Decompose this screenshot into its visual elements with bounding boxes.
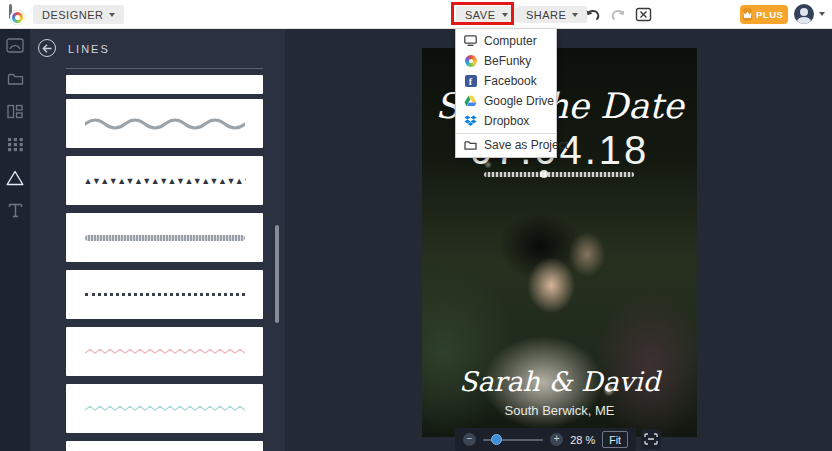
line-style-zigzag-swatch[interactable]	[66, 327, 263, 376]
designer-menu-button[interactable]: DESIGNER	[33, 5, 124, 24]
line-style-wave-swatch[interactable]	[66, 99, 263, 148]
line-style-sliver-swatch[interactable]	[66, 441, 263, 451]
line-style-zigzag-swatch[interactable]	[66, 384, 263, 433]
save-menu-item-save-as-project[interactable]: Save as Project	[456, 133, 556, 155]
google-drive-icon	[464, 95, 477, 108]
canvas-workspace: Save the Date 07.04.18 Sarah & David Sou…	[285, 29, 832, 451]
sidebar-image-icon[interactable]	[0, 29, 30, 62]
save-menu-item-dropbox[interactable]: Dropbox	[456, 111, 556, 131]
befunky-designer-app: DESIGNER SAVE SHARE	[0, 0, 832, 451]
sidebar-pattern-icon[interactable]	[0, 128, 30, 161]
arrow-left-icon	[42, 44, 52, 53]
undo-button[interactable]	[583, 5, 603, 24]
menu-item-label: Facebook	[484, 74, 537, 88]
top-toolbar: DESIGNER SAVE SHARE	[0, 0, 832, 29]
menu-item-label: Google Drive	[484, 94, 554, 108]
menu-item-label: Dropbox	[484, 114, 529, 128]
lines-panel: LINES ▲▼▲▼▲▼▲▼▲▼▲▼▲▼▲▼▲▼▲▼▲▼▲▼▲▼▲▼	[30, 29, 285, 451]
redo-icon	[610, 8, 626, 22]
facebook-icon: f	[464, 75, 477, 88]
sidebar-folder-icon[interactable]	[0, 62, 30, 95]
line-style-triangles-swatch[interactable]: ▲▼▲▼▲▼▲▼▲▼▲▼▲▼▲▼▲▼▲▼▲▼▲▼▲▼▲▼	[66, 156, 263, 205]
zoom-toolbar: − + 28 % Fit	[455, 428, 636, 451]
share-button[interactable]: SHARE	[517, 6, 587, 23]
chevron-down-icon	[572, 13, 578, 17]
zoom-slider[interactable]	[483, 439, 543, 441]
befunky-icon	[464, 55, 477, 68]
line-style-chain-swatch[interactable]	[66, 213, 263, 262]
chevron-down-icon	[109, 13, 115, 17]
save-menu-item-computer[interactable]: Computer	[456, 31, 556, 51]
sidebar-layout-icon[interactable]	[0, 95, 30, 128]
save-label: SAVE	[465, 9, 496, 21]
share-label: SHARE	[526, 9, 566, 21]
zoom-level-value: 28 %	[570, 434, 595, 446]
fullscreen-icon	[644, 433, 658, 445]
panel-title: LINES	[68, 43, 110, 55]
save-menu-item-befunky[interactable]: BeFunky	[456, 51, 556, 71]
line-style-dots-swatch[interactable]	[66, 270, 263, 319]
canvas-ornament-line[interactable]	[484, 172, 634, 177]
designer-label: DESIGNER	[42, 9, 103, 21]
menu-item-label: Save as Project	[484, 138, 568, 152]
canvas-names-text[interactable]: Sarah & David	[422, 366, 697, 397]
befunky-logo-icon[interactable]	[9, 4, 31, 25]
panel-scrollbar[interactable]	[275, 225, 279, 323]
menu-item-label: Computer	[484, 34, 537, 48]
close-project-button[interactable]	[633, 5, 653, 24]
user-avatar[interactable]	[794, 4, 814, 24]
save-dropdown-menu: ComputerBeFunkyfFacebookGoogle DriveDrop…	[455, 29, 557, 158]
canvas-location-text[interactable]: South Berwick, ME	[422, 403, 697, 418]
tools-sidebar	[0, 29, 30, 451]
save-menu-item-facebook[interactable]: fFacebook	[456, 71, 556, 91]
save-button[interactable]: SAVE	[456, 6, 517, 23]
zoom-out-button[interactable]: −	[463, 433, 476, 446]
fit-button[interactable]: Fit	[602, 431, 628, 448]
sidebar-text-icon[interactable]	[0, 194, 30, 227]
panel-divider	[66, 68, 263, 69]
plus-upgrade-button[interactable]: PLUS	[740, 5, 788, 24]
redo-button[interactable]	[608, 5, 628, 24]
zoom-in-button[interactable]: +	[550, 433, 563, 446]
back-button[interactable]	[38, 39, 56, 57]
dropbox-icon	[464, 115, 477, 128]
menu-item-label: BeFunky	[484, 54, 531, 68]
zoom-slider-thumb[interactable]	[491, 434, 502, 445]
close-icon	[635, 7, 652, 22]
line-style-sliver-swatch[interactable]	[66, 75, 263, 94]
sidebar-shapes-triangle-icon[interactable]	[0, 161, 30, 194]
save-menu-item-google-drive[interactable]: Google Drive	[456, 91, 556, 111]
account-chevron-down-icon[interactable]	[819, 12, 825, 16]
plus-label: PLUS	[756, 9, 783, 20]
folder-icon	[464, 139, 477, 152]
crown-icon	[743, 8, 752, 21]
chevron-down-icon	[502, 13, 508, 17]
undo-icon	[585, 8, 601, 22]
line-styles-list: ▲▼▲▼▲▼▲▼▲▼▲▼▲▼▲▼▲▼▲▼▲▼▲▼▲▼▲▼	[66, 75, 263, 451]
computer-icon	[464, 35, 477, 48]
fullscreen-button[interactable]	[641, 429, 661, 449]
